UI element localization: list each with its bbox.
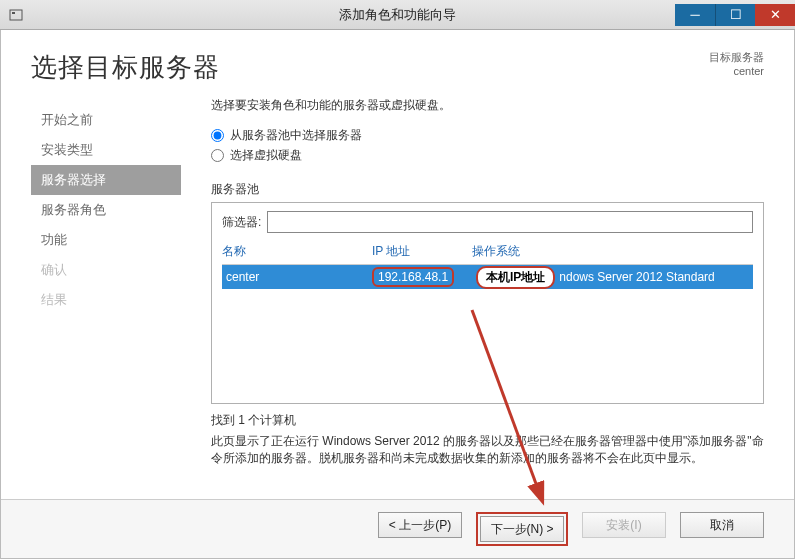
os-text: ndows Server 2012 Standard	[559, 270, 714, 284]
maximize-button[interactable]: ☐	[715, 4, 755, 26]
sidebar-step-0[interactable]: 开始之前	[31, 105, 181, 135]
cell-os: 本机IP地址ndows Server 2012 Standard	[472, 266, 753, 289]
next-button[interactable]: 下一步(N) >	[480, 516, 564, 542]
destination-label: 目标服务器	[709, 50, 764, 64]
server-pool-box: 筛选器: 名称 IP 地址 操作系统 center 192.168.48.1	[211, 202, 764, 404]
radio-select-vhd-label: 选择虚拟硬盘	[230, 147, 302, 164]
cancel-button[interactable]: 取消	[680, 512, 764, 538]
annotation-note: 本机IP地址	[476, 266, 555, 289]
next-button-highlight: 下一步(N) >	[476, 512, 568, 546]
minimize-button[interactable]: ─	[675, 4, 715, 26]
wizard-sidebar: 开始之前安装类型服务器选择服务器角色功能确认结果	[31, 97, 181, 489]
radio-select-vhd-input[interactable]	[211, 149, 224, 162]
svg-rect-0	[10, 10, 22, 20]
instruction-text: 选择要安装角色和功能的服务器或虚拟硬盘。	[211, 97, 764, 114]
server-pool-label: 服务器池	[211, 181, 764, 198]
destination-info: 目标服务器 center	[709, 50, 764, 79]
sidebar-step-1[interactable]: 安装类型	[31, 135, 181, 165]
wizard-footer: < 上一步(P) 下一步(N) > 安装(I) 取消	[1, 499, 794, 558]
svg-rect-1	[12, 12, 15, 14]
filter-label: 筛选器:	[222, 214, 261, 231]
radio-select-vhd[interactable]: 选择虚拟硬盘	[211, 147, 764, 164]
cell-name: center	[222, 270, 372, 284]
install-button: 安装(I)	[582, 512, 666, 538]
grid-body: center 192.168.48.1 本机IP地址ndows Server 2…	[222, 265, 753, 395]
sidebar-step-2[interactable]: 服务器选择	[31, 165, 181, 195]
window-title: 添加角色和功能向导	[339, 6, 456, 24]
close-button[interactable]: ✕	[755, 4, 795, 26]
sidebar-step-4[interactable]: 功能	[31, 225, 181, 255]
column-ip[interactable]: IP 地址	[372, 243, 472, 260]
previous-button[interactable]: < 上一步(P)	[378, 512, 462, 538]
sidebar-step-3[interactable]: 服务器角色	[31, 195, 181, 225]
main-pane: 选择要安装角色和功能的服务器或虚拟硬盘。 从服务器池中选择服务器 选择虚拟硬盘 …	[181, 97, 764, 489]
ip-annotation: 192.168.48.1	[372, 267, 454, 287]
sidebar-step-6: 结果	[31, 285, 181, 315]
grid-header: 名称 IP 地址 操作系统	[222, 239, 753, 265]
page-description: 此页显示了正在运行 Windows Server 2012 的服务器以及那些已经…	[211, 433, 764, 467]
filter-input[interactable]	[267, 211, 753, 233]
found-count: 找到 1 个计算机	[211, 412, 764, 429]
titlebar: 添加角色和功能向导 ─ ☐ ✕	[0, 0, 795, 30]
column-os[interactable]: 操作系统	[472, 243, 753, 260]
page-title: 选择目标服务器	[31, 50, 220, 85]
app-icon	[8, 7, 24, 23]
table-row[interactable]: center 192.168.48.1 本机IP地址ndows Server 2…	[222, 265, 753, 289]
radio-select-from-pool[interactable]: 从服务器池中选择服务器	[211, 127, 764, 144]
column-name[interactable]: 名称	[222, 243, 372, 260]
sidebar-step-5: 确认	[31, 255, 181, 285]
radio-select-from-pool-input[interactable]	[211, 129, 224, 142]
cell-ip: 192.168.48.1	[372, 267, 472, 287]
destination-value: center	[709, 64, 764, 78]
radio-select-from-pool-label: 从服务器池中选择服务器	[230, 127, 362, 144]
